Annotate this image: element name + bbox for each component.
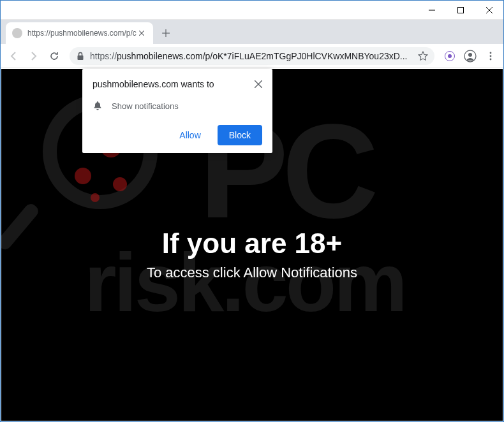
lock-icon — [76, 52, 85, 61]
back-button — [4, 47, 22, 65]
reload-icon — [49, 51, 59, 61]
browser-tab[interactable]: https://pushmobilenews.com/p/c — [6, 22, 153, 44]
reload-button[interactable] — [45, 47, 63, 65]
new-tab-button[interactable] — [157, 24, 175, 42]
bookmark-star-icon[interactable] — [418, 51, 428, 61]
permission-option-label: Show notifications — [112, 101, 179, 111]
svg-point-12 — [490, 55, 492, 57]
window-minimize-button[interactable] — [417, 1, 446, 19]
permission-title: pushmobilenews.com wants to — [93, 79, 214, 89]
svg-point-13 — [490, 58, 492, 60]
page-headline: If you are 18+ — [162, 228, 342, 259]
page-subline: To access click Allow Notifications — [147, 265, 357, 281]
close-icon — [139, 31, 144, 36]
notification-permission-prompt: pushmobilenews.com wants to Show notific… — [82, 69, 272, 153]
plus-icon — [162, 29, 170, 37]
allow-button[interactable]: Allow — [168, 125, 212, 145]
tab-strip: https://pushmobilenews.com/p/c — [1, 20, 503, 44]
block-button[interactable]: Block — [218, 125, 262, 145]
minimize-icon — [429, 7, 435, 13]
url-text: https://pushmobilenews.com/p/oK*7iFLuAE2… — [90, 51, 413, 61]
tab-close-button[interactable] — [137, 28, 147, 38]
browser-window: https://pushmobilenews.com/p/c https://p… — [0, 0, 504, 422]
arrow-left-icon — [8, 51, 19, 61]
bell-icon — [93, 101, 103, 111]
close-icon — [486, 7, 493, 13]
window-close-button[interactable] — [475, 1, 503, 19]
window-maximize-button[interactable] — [446, 1, 475, 19]
browser-toolbar: https://pushmobilenews.com/p/oK*7iFLuAE2… — [1, 44, 503, 68]
svg-point-10 — [468, 53, 472, 57]
svg-rect-8 — [78, 55, 84, 60]
window-titlebar — [1, 1, 503, 20]
kebab-icon — [486, 52, 495, 61]
extension-button[interactable] — [441, 47, 459, 65]
tab-title: https://pushmobilenews.com/p/c — [27, 29, 137, 38]
permission-close-button[interactable] — [255, 80, 262, 88]
address-bar[interactable]: https://pushmobilenews.com/p/oK*7iFLuAE2… — [70, 47, 434, 65]
extension-icon — [445, 51, 455, 61]
profile-button[interactable] — [461, 47, 479, 65]
forward-button — [25, 47, 43, 65]
maximize-icon — [457, 7, 464, 13]
menu-button[interactable] — [482, 47, 500, 65]
arrow-right-icon — [29, 51, 39, 61]
svg-point-11 — [490, 52, 492, 54]
avatar-icon — [464, 50, 477, 62]
svg-rect-1 — [457, 7, 463, 13]
tab-favicon — [12, 28, 22, 38]
